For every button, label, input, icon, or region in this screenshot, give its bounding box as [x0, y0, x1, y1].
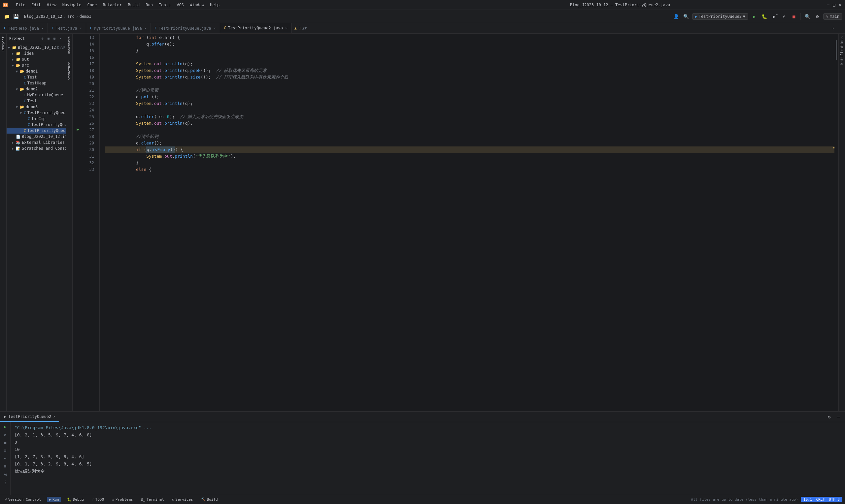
panel-minimize-icon[interactable]: ─ [834, 413, 842, 421]
notifications-label[interactable]: Notifications [839, 35, 845, 66]
tool-todo[interactable]: ✓ TODO [90, 497, 106, 502]
tab-testHeap[interactable]: C TestHeap.java ✕ [0, 23, 48, 33]
code-editor[interactable]: for (int e:arr) { q.offer(e); } [100, 34, 834, 411]
tab-close-testHeap[interactable]: ✕ [41, 26, 43, 30]
breadcrumb: Blog_J2023_10_12 › src › demo3 [24, 14, 671, 19]
panel-print-icon[interactable]: 🖨 [2, 471, 8, 478]
panel-tab-run-close[interactable]: ✕ [53, 415, 55, 418]
line-ending-indicator[interactable]: CRLF [816, 498, 825, 502]
sidebar-close-icon[interactable]: ✕ [58, 36, 63, 41]
tab-testPriorityQueue2[interactable]: C TestPriorityQueue2.java ✕ [220, 23, 292, 33]
scratches-icon: 📝 [16, 146, 20, 151]
project-panel-toggle[interactable]: Project [0, 34, 6, 54]
toolbar-save[interactable]: 💾 [12, 13, 20, 20]
run-gutter-icon-30[interactable]: ▶ [76, 127, 79, 132]
tool-problems[interactable]: ⚠ Problems [110, 497, 135, 502]
tool-build[interactable]: 🔨 Build [199, 497, 220, 502]
tool-debug[interactable]: 🐛 Debug [65, 497, 86, 502]
stop-button[interactable]: ■ [790, 13, 798, 20]
tree-testpq2-selected[interactable]: C TestPriorityQueue2 [6, 128, 66, 133]
menu-edit[interactable]: Edit [29, 2, 43, 8]
editor-scrollbar[interactable] [834, 34, 839, 411]
panel-stop-button[interactable]: ■ [2, 439, 8, 446]
tree-idea[interactable]: ▶ 📁 .idea [6, 51, 66, 56]
sidebar-settings-icon[interactable]: ⚙ [40, 36, 45, 41]
run-button[interactable]: ▶ [750, 13, 758, 20]
panel-wrap-icon[interactable]: ↩ [2, 455, 8, 462]
tab-test[interactable]: C Test.java ✕ [48, 23, 86, 33]
panel-scroll-end-icon[interactable]: ⊞ [2, 463, 8, 470]
tree-out[interactable]: ▶ 📁 out [6, 56, 66, 62]
tree-testpq-class[interactable]: C TestPriorityQueu [6, 122, 66, 128]
line-col-indicator[interactable]: 10:1 [804, 498, 812, 502]
tab-testPriorityQueue[interactable]: C TestPriorityQueue.java ✕ [151, 23, 220, 33]
breadcrumb-project[interactable]: Blog_J2023_10_12 [24, 14, 63, 19]
charset-indicator[interactable]: UTF-8 [829, 498, 840, 502]
settings-icon[interactable]: ⚙ [813, 13, 821, 20]
tool-run[interactable]: ▶ Run [47, 497, 61, 502]
tab-close-myPriorityQueue[interactable]: ✕ [145, 26, 146, 30]
tree-root[interactable]: ▼ 📁 Blog_J2023_10_12 D:\Projec [6, 44, 66, 51]
profile-button[interactable]: ⚡ [780, 13, 788, 20]
run-config-dropdown[interactable]: ▶ TestPriorityQueue2 ▼ [692, 13, 749, 20]
tree-external-libs[interactable]: ▶ 📚 External Libraries [6, 140, 66, 145]
sidebar-expand-icon[interactable]: ⊞ [46, 36, 51, 41]
tab-close-testPriorityQueue2[interactable]: ✕ [285, 26, 287, 30]
menu-build[interactable]: Build [125, 2, 142, 8]
bookmarks-toggle[interactable]: Bookmarks [66, 34, 72, 57]
structure-toggle[interactable]: Structure [66, 59, 72, 83]
tree-test-demo2[interactable]: C Test [6, 98, 66, 104]
tree-demo3[interactable]: ▼ 📂 demo3 [6, 104, 66, 110]
debug-button[interactable]: 🐛 [760, 13, 768, 20]
tree-test-demo1[interactable]: C Test [6, 74, 66, 80]
menu-view[interactable]: View [44, 2, 59, 8]
tree-demo1[interactable]: ▼ 📂 demo1 [6, 68, 66, 74]
panel-settings-icon[interactable]: ⚙ [825, 413, 833, 421]
panel-run-button[interactable]: ▶ [2, 424, 8, 430]
tree-src[interactable]: ▼ 📂 src [6, 62, 66, 68]
search-everywhere-icon[interactable]: 🔍 [682, 13, 690, 20]
tab-close-test[interactable]: ✕ [80, 26, 82, 30]
tab-close-testPriorityQueue[interactable]: ✕ [214, 26, 216, 30]
menu-window[interactable]: Window [187, 2, 207, 8]
menu-vcs[interactable]: VCS [174, 2, 187, 8]
user-icon[interactable]: 👤 [672, 13, 680, 20]
menu-refactor[interactable]: Refactor [100, 2, 124, 8]
menu-help[interactable]: Help [207, 2, 222, 8]
git-branch-selector[interactable]: ⑂ main [823, 13, 842, 20]
tree-mypriorityqueue[interactable]: I MyPriorityQueue [6, 92, 66, 98]
panel-filter-icon[interactable]: ⊟ [2, 447, 8, 454]
panel-rerun-button[interactable]: ↺ [2, 431, 8, 438]
search-icon[interactable]: 🔍 [804, 13, 811, 20]
menu-tools[interactable]: Tools [156, 2, 173, 8]
tree-iml[interactable]: 📄 Blog_J2023_10_12.iml [6, 133, 66, 140]
tree-testheap[interactable]: C TestHeap [6, 80, 66, 86]
panel-tab-run[interactable]: ▶ TestPriorityQueue2 ✕ [0, 412, 59, 422]
tool-services[interactable]: ⚙ Services [170, 497, 195, 502]
tree-scratches[interactable]: ▶ 📝 Scratches and Consoles [6, 145, 66, 151]
tab-myPriorityQueue[interactable]: C MyPriorityQueue.java ✕ [86, 23, 151, 33]
breadcrumb-src[interactable]: src [67, 14, 75, 19]
toolbar-open-folder[interactable]: 📁 [3, 13, 11, 20]
tree-intcmp[interactable]: C IntCmp [6, 116, 66, 122]
close-button[interactable]: ✕ [838, 3, 842, 7]
tree-testpq-package[interactable]: ▼ C TestPriorityQueue.ja [6, 110, 66, 116]
run-panel-run-icon: ▶ [4, 414, 6, 419]
menu-file[interactable]: File [13, 2, 28, 8]
tree-demo2[interactable]: ▼ 📂 demo2 [6, 86, 66, 92]
breadcrumb-demo3[interactable]: demo3 [80, 14, 91, 19]
menu-navigate[interactable]: Navigate [60, 2, 84, 8]
tab-overflow-button[interactable]: ⋮ [829, 24, 837, 32]
code-line-17: System.out.println(q); [105, 61, 834, 67]
menu-run[interactable]: Run [143, 2, 156, 8]
main-area: Project Project ⚙ ⊞ ⊟ ✕ ▼ 📁 Blog_J2023_1… [0, 34, 845, 411]
sidebar-collapse-icon[interactable]: ⊟ [52, 36, 57, 41]
run-with-coverage-button[interactable]: ▶̈ [770, 13, 778, 20]
menu-code[interactable]: Code [85, 2, 100, 8]
maximize-button[interactable]: □ [832, 3, 837, 7]
left-tool-strip: Bookmarks Structure [66, 34, 73, 411]
minimize-button[interactable]: ─ [826, 3, 830, 7]
panel-more-icon[interactable]: ⋮ [2, 479, 8, 486]
tool-terminal[interactable]: $_ Terminal [139, 497, 166, 502]
tool-version-control[interactable]: ⑂ Version Control [3, 497, 43, 502]
